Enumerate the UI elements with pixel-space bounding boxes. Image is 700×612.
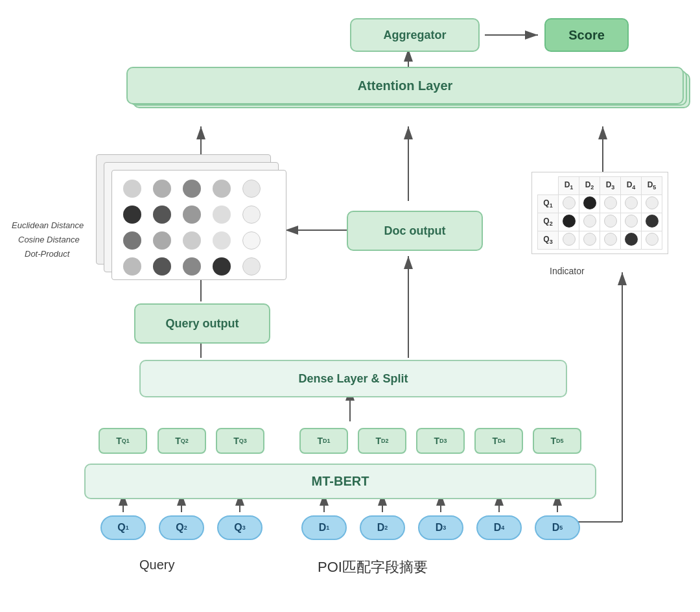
q1-input: Q1 — [100, 515, 146, 540]
td5-box: TD5 — [533, 428, 581, 454]
d3-input: D3 — [418, 515, 463, 540]
euclidean-label: Euclidean Distance — [12, 220, 84, 230]
d2-input: D2 — [360, 515, 405, 540]
indicator-label: Indicator — [550, 266, 585, 276]
poi-caption: POI匹配字段摘要 — [318, 558, 428, 577]
dense-layer-box: Dense Layer & Split — [139, 360, 567, 397]
d1-input: D1 — [301, 515, 347, 540]
doc-output-box: Doc output — [347, 211, 483, 251]
dot-matrix-main — [111, 170, 286, 280]
td1-box: TD1 — [299, 428, 348, 454]
indicator-table: D1 D2 D3 D4 D5 Q1 Q2 — [537, 176, 662, 250]
td2-box: TD2 — [358, 428, 406, 454]
score-box: Score — [544, 18, 629, 52]
cosine-label: Cosine Distance — [18, 235, 80, 244]
query-caption: Query — [139, 558, 174, 572]
td3-box: TD3 — [416, 428, 465, 454]
attention-layer-box: Attention Layer — [126, 67, 684, 104]
mt-bert-box: MT-BERT — [84, 464, 596, 499]
d4-input: D4 — [476, 515, 522, 540]
tq2-box: TQ2 — [158, 428, 206, 454]
dotproduct-label: Dot-Product — [25, 249, 69, 259]
indicator-grid: D1 D2 D3 D4 D5 Q1 Q2 — [531, 172, 668, 254]
d5-input: D5 — [535, 515, 580, 540]
q3-input: Q3 — [217, 515, 262, 540]
query-output-box: Query output — [134, 303, 270, 344]
q2-input: Q2 — [159, 515, 204, 540]
diagram: Score Aggregator Attention Layer — [0, 0, 700, 612]
tq3-box: TQ3 — [216, 428, 264, 454]
tq1-box: TQ1 — [99, 428, 147, 454]
aggregator-box: Aggregator — [350, 18, 480, 52]
td4-box: TD4 — [474, 428, 523, 454]
